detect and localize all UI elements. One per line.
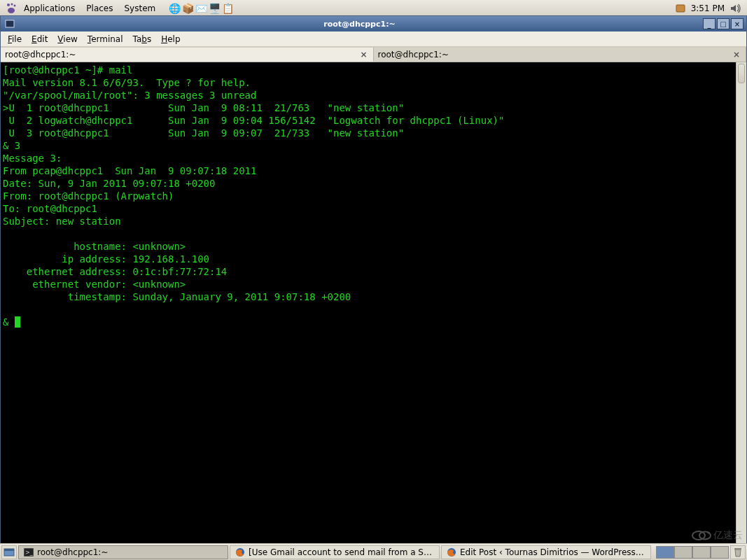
- workspace-4[interactable]: [711, 546, 729, 559]
- launcher-icon[interactable]: 📦: [181, 2, 194, 15]
- menu-edit[interactable]: Edit: [27, 33, 52, 46]
- svg-rect-4: [676, 5, 685, 12]
- scrollbar[interactable]: [736, 62, 746, 547]
- show-desktop-button[interactable]: [1, 545, 17, 559]
- bottom-panel: >_ root@dhcppc1:~ [Use Gmail account to …: [0, 543, 747, 560]
- task-label: root@dhcppc1:~: [37, 547, 223, 557]
- svg-point-2: [14, 4, 16, 6]
- svg-point-3: [8, 8, 15, 13]
- minimize-button[interactable]: _: [703, 18, 715, 29]
- launcher-icon[interactable]: ✉️: [195, 2, 207, 15]
- clock[interactable]: 3:51 PM: [691, 4, 725, 13]
- system-menu[interactable]: System: [118, 4, 161, 13]
- tab-close-icon[interactable]: ×: [732, 50, 741, 59]
- menu-tabs[interactable]: Tabs: [129, 33, 156, 46]
- svg-rect-10: [4, 549, 14, 551]
- applications-menu[interactable]: Applications: [18, 4, 81, 13]
- launcher-icon[interactable]: 🖥️: [208, 2, 221, 15]
- window-menu-icon[interactable]: [4, 18, 16, 29]
- launcher-icon[interactable]: 🌐: [168, 2, 181, 15]
- tab-bar: root@dhcppc1:~ × root@dhcppc1:~ ×: [1, 47, 746, 62]
- task-label: Edit Post ‹ Tournas Dimitrios — WordPres…: [460, 547, 646, 557]
- window-title: root@dhcppc1:~: [16, 20, 703, 29]
- terminal-icon: >_: [23, 547, 34, 558]
- workspace-1[interactable]: [656, 546, 674, 559]
- launcher-icon[interactable]: 📋: [221, 2, 234, 15]
- menu-file[interactable]: File: [4, 33, 26, 46]
- svg-point-1: [11, 3, 13, 5]
- launcher-icons: 🌐 📦 ✉️ 🖥️ 📋: [168, 2, 234, 15]
- svg-rect-5: [6, 20, 14, 27]
- tab-label: root@dhcppc1:~: [378, 50, 449, 59]
- tab-1[interactable]: root@dhcppc1:~ ×: [1, 47, 374, 62]
- svg-text:>_: >_: [25, 550, 34, 556]
- maximize-button[interactable]: □: [717, 18, 729, 29]
- task-firefox-1[interactable]: [Use Gmail account to send mail from a S…: [230, 545, 440, 559]
- task-terminal[interactable]: >_ root@dhcppc1:~: [18, 545, 228, 559]
- workspace-switcher[interactable]: [656, 546, 729, 559]
- firefox-icon: [235, 547, 246, 558]
- svg-point-0: [7, 4, 10, 6]
- tab-2[interactable]: root@dhcppc1:~ ×: [374, 47, 747, 62]
- places-menu[interactable]: Places: [81, 4, 118, 13]
- terminal-output[interactable]: [root@dhcppc1 ~]# mail Mail version 8.1 …: [1, 62, 746, 547]
- firefox-icon: [446, 547, 457, 558]
- trash-icon[interactable]: [730, 545, 746, 559]
- update-icon[interactable]: [674, 2, 687, 15]
- tab-label: root@dhcppc1:~: [5, 50, 76, 59]
- close-button[interactable]: ×: [731, 18, 743, 29]
- menu-help[interactable]: Help: [157, 33, 184, 46]
- terminal-window: root@dhcppc1:~ _ □ × File Edit View Term…: [0, 15, 747, 548]
- task-label: [Use Gmail account to send mail from a S…: [249, 547, 435, 557]
- menu-view[interactable]: View: [53, 33, 81, 46]
- volume-icon[interactable]: [729, 2, 741, 15]
- tab-close-icon[interactable]: ×: [358, 50, 368, 59]
- menubar: File Edit View Terminal Tabs Help: [1, 31, 746, 47]
- workspace-3[interactable]: [692, 546, 711, 559]
- titlebar[interactable]: root@dhcppc1:~ _ □ ×: [1, 16, 746, 31]
- workspace-2[interactable]: [674, 546, 692, 559]
- gnome-foot-icon: [4, 1, 18, 15]
- task-firefox-2[interactable]: Edit Post ‹ Tournas Dimitrios — WordPres…: [441, 545, 651, 559]
- scrollbar-thumb[interactable]: [738, 64, 745, 83]
- menu-terminal[interactable]: Terminal: [83, 33, 127, 46]
- svg-rect-15: [734, 548, 741, 550]
- top-panel: Applications Places System 🌐 📦 ✉️ 🖥️ 📋 3…: [0, 0, 747, 17]
